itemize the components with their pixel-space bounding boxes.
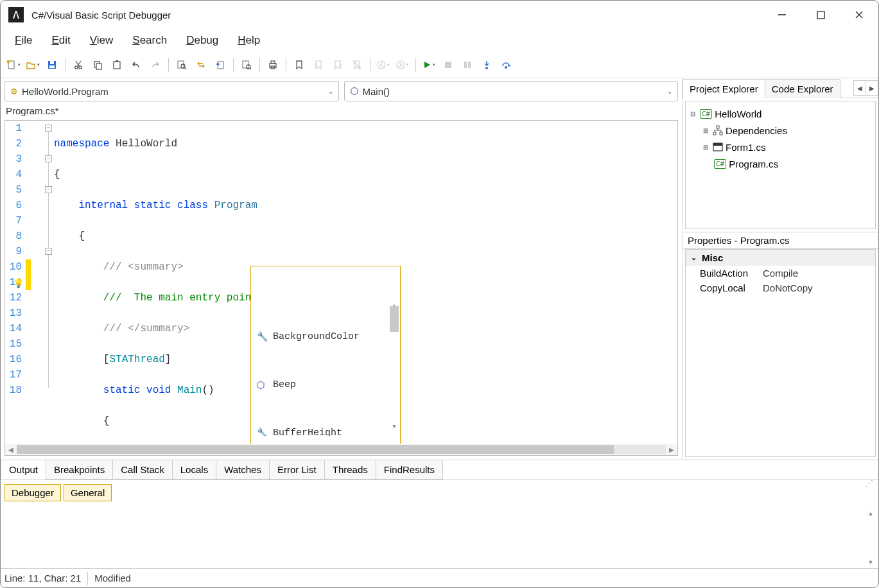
step-over-button[interactable] [497,56,515,74]
menu-edit[interactable]: Edit [42,30,79,51]
menu-debug[interactable]: Debug [177,30,227,51]
tree-node-form[interactable]: ⊞ Form1.cs [688,139,873,155]
save-button[interactable] [43,56,61,74]
replace-button[interactable] [192,56,210,74]
status-position: Line: 11, Char: 21 [4,573,81,584]
horizontal-scrollbar[interactable]: ◀ ▶ [5,444,677,455]
tab-callstack[interactable]: Call Stack [112,460,173,480]
csharp-icon: C# [714,159,726,169]
editor-tab[interactable]: Program.cs* [1,104,682,116]
tab-locals[interactable]: Locals [172,460,216,480]
tab-scroll-left[interactable]: ◀ [853,80,866,96]
svg-line-23 [250,68,251,69]
copy-button[interactable] [89,56,107,74]
fold-toggle[interactable]: − [45,155,52,162]
tree-expander[interactable]: ⊞ [701,144,710,151]
svg-rect-35 [717,126,719,128]
autocomplete-scrollbar[interactable]: ▲ ▼ [390,298,399,435]
bookmark-prev-button[interactable] [309,56,327,74]
redo-button[interactable] [146,56,164,74]
app-title: C#/Visual Basic Script Debugger [31,10,763,21]
menu-file[interactable]: File [6,30,41,51]
properties-section-header[interactable]: ⌄ Misc [686,250,875,266]
svg-line-19 [184,67,186,69]
code-editor[interactable]: 123456789 101112131415161718 − − − − 💡 n… [4,120,678,456]
print-button[interactable] [264,56,282,74]
find-button[interactable] [173,56,191,74]
menu-view[interactable]: View [81,30,123,51]
close-button[interactable] [840,1,878,29]
undo-button[interactable] [127,56,145,74]
tree-node-program[interactable]: C# Program.cs [688,155,873,172]
svg-rect-30 [445,62,451,68]
fold-toggle[interactable]: − [45,186,52,193]
find-in-files-button[interactable] [238,56,256,74]
nav-forward-button[interactable] [394,56,412,74]
navigation-combos: ⚙ HelloWorld.Program ⌄ Main() ⌄ [1,78,682,104]
cut-button[interactable] [69,56,87,74]
tree-expander[interactable]: ⊟ [688,110,697,117]
pause-button[interactable] [458,56,476,74]
method-combo-text: Main() [363,86,668,97]
output-subtab-general[interactable]: General [64,484,112,501]
run-button[interactable] [420,56,438,74]
bookmark-toggle-button[interactable] [290,56,308,74]
svg-rect-36 [713,132,716,135]
output-textarea[interactable]: ▲ ▼ [3,505,876,566]
paste-button[interactable] [108,56,126,74]
method-combo[interactable]: Main() ⌄ [344,81,679,101]
output-subtab-debugger[interactable]: Debugger [4,484,61,501]
menu-search[interactable]: Search [123,30,176,51]
menu-help[interactable]: Help [229,30,269,51]
svg-rect-8 [49,65,55,68]
class-combo-text: HelloWorld.Program [22,86,328,97]
bottom-tabstrip: Output Breakpoints Call Stack Locals Wat… [1,460,878,480]
tree-expander[interactable]: ⊞ [701,127,710,134]
tab-code-explorer[interactable]: Code Explorer [765,79,840,98]
open-file-button[interactable] [24,56,42,74]
chevron-down-icon: ⌄ [667,88,672,95]
tab-breakpoints[interactable]: Breakpoints [46,460,113,480]
fold-toggle[interactable]: − [45,248,52,255]
tab-watches[interactable]: Watches [216,460,270,480]
svg-rect-1 [817,12,824,19]
tree-node-project[interactable]: ⊟ C# HelloWorld [688,105,873,122]
tab-project-explorer[interactable]: Project Explorer [683,79,765,98]
autocomplete-item[interactable]: 🔧BufferHeight [251,424,400,436]
stop-button[interactable] [439,56,457,74]
tab-threads[interactable]: Threads [324,460,376,480]
new-file-button[interactable] [4,56,22,74]
autocomplete-item[interactable]: 🔧BackgroundColor [251,328,400,345]
tree-node-dependencies[interactable]: ⊞ Dependencies [688,122,873,139]
resize-grip-icon[interactable]: ⋰ [866,479,873,488]
output-scrollbar[interactable]: ▲ ▼ [866,510,876,566]
bookmark-next-button[interactable] [329,56,347,74]
svg-rect-37 [720,132,722,135]
goto-button[interactable] [211,56,229,74]
fold-toggle[interactable]: − [45,125,52,132]
properties-grid: ⌄ Misc BuildAction Compile CopyLocal DoN… [685,249,876,457]
maximize-button[interactable] [801,1,840,29]
autocomplete-item[interactable]: Beep [251,376,400,393]
minimize-button[interactable] [763,1,801,29]
property-row[interactable]: BuildAction Compile [686,266,875,281]
tab-errorlist[interactable]: Error List [269,460,325,480]
method-icon [350,87,359,96]
svg-rect-7 [50,61,54,64]
nav-back-button[interactable] [374,56,392,74]
code-area[interactable]: namespace HelloWorld { internal static c… [54,121,677,444]
tab-scroll-right[interactable]: ▶ [866,80,878,96]
property-row[interactable]: CopyLocal DoNotCopy [686,281,875,295]
svg-rect-32 [468,62,471,68]
form-icon [713,143,723,151]
statusbar: Line: 11, Char: 21 Modified [1,568,878,587]
bookmark-clear-button[interactable] [348,56,366,74]
tab-findresults[interactable]: FindResults [376,460,443,480]
dependencies-icon [713,125,723,135]
step-into-button[interactable] [478,56,496,74]
svg-point-28 [378,61,385,69]
class-combo[interactable]: ⚙ HelloWorld.Program ⌄ [4,81,339,101]
lightbulb-icon[interactable]: 💡 [13,276,24,291]
menubar: File Edit View Search Debug Help [1,29,878,55]
tab-output[interactable]: Output [1,460,46,480]
